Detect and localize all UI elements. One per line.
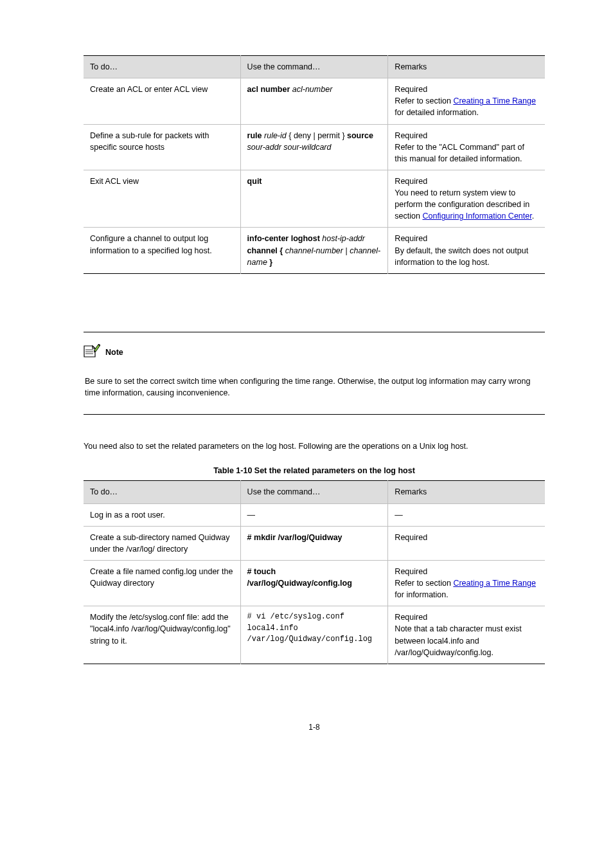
table-row: Exit ACL view quit Required You need to … <box>84 170 545 228</box>
remark-pre: Required Refer to section <box>395 567 453 588</box>
th-remarks: Remarks <box>388 481 545 503</box>
cell-remarks: Required <box>388 526 545 560</box>
table-row: Create a sub-directory named Quidway und… <box>84 526 545 560</box>
table-caption: Table 1-10 Set the related parameters on… <box>84 465 545 476</box>
caption-text: Table 1-10 Set the related parameters on… <box>213 466 415 475</box>
cell-todo: Log in as a root user. <box>84 503 240 526</box>
table-row: Log in as a root user. — — <box>84 503 545 526</box>
cell-command: quit <box>240 170 388 228</box>
page-number: 1-8 <box>84 722 545 733</box>
table-row: Modify the /etc/syslog.conf file: add th… <box>84 606 545 664</box>
cmd-alt: { deny | permit } <box>289 131 344 140</box>
th-command: Use the command… <box>240 481 388 503</box>
cell-command: info-center loghost host-ip-addr channel… <box>240 228 388 273</box>
cmd-arg: sour-addr sour-wildcard <box>247 143 332 152</box>
th-todo: To do… <box>84 56 240 78</box>
table-commands-1: To do… Use the command… Remarks Create a… <box>84 55 545 274</box>
cell-todo: Create a file named config.log under the… <box>84 560 240 606</box>
cell-todo: Create a sub-directory named Quidway und… <box>84 526 240 560</box>
cross-ref-link[interactable]: Configuring Information Center <box>422 212 531 221</box>
cmd-text: channel { <box>247 246 285 255</box>
remark-pre: Required Refer to section <box>395 85 453 105</box>
note-icon <box>84 344 102 361</box>
cell-todo: Configure a channel to output log inform… <box>84 228 240 273</box>
cmd-text: # touch /var/log/Quidway/config.log <box>247 567 352 588</box>
intro-paragraph: You need also to set the related paramet… <box>84 440 545 452</box>
table-row: Create an ACL or enter ACL view acl numb… <box>84 78 545 124</box>
table-row: Create a file named config.log under the… <box>84 560 545 606</box>
cmd-text: } <box>267 258 272 267</box>
remark-post: for detailed information. <box>395 108 479 117</box>
cell-todo: Create an ACL or enter ACL view <box>84 78 240 124</box>
cmd-text: info-center loghost <box>247 234 323 243</box>
cell-todo: Modify the /etc/syslog.conf file: add th… <box>84 606 240 664</box>
cell-remarks: Required Note that a tab character must … <box>388 606 545 664</box>
cmd-text: # mkdir /var/log/Quidway <box>247 533 342 542</box>
note-header: Note <box>84 344 545 361</box>
cmd-text: rule <box>247 131 262 140</box>
cell-command: — <box>240 503 388 526</box>
cmd-arg: host-ip-addr <box>322 234 365 243</box>
cell-command: rule rule-id { deny | permit } source so… <box>240 124 388 170</box>
note-label: Note <box>105 347 123 358</box>
cmd-arg: acl-number <box>292 85 333 94</box>
cell-command: # mkdir /var/log/Quidway <box>240 526 388 560</box>
cmd-text: acl number <box>247 85 290 94</box>
svg-marker-1 <box>93 346 95 348</box>
table-commands-2: To do… Use the command… Remarks Log in a… <box>84 480 545 664</box>
cell-command: # vi /etc/syslog.conf local4.info /var/l… <box>240 606 388 664</box>
cell-remarks: Required You need to return system view … <box>388 170 545 228</box>
remark-post: . <box>532 212 534 221</box>
th-remarks: Remarks <box>388 56 545 78</box>
cmd-arg: rule-id <box>262 131 289 140</box>
cmd-alt: | <box>343 246 350 255</box>
table-header-row: To do… Use the command… Remarks <box>84 481 545 503</box>
th-todo: To do… <box>84 481 240 503</box>
th-command: Use the command… <box>240 56 388 78</box>
cell-remarks: — <box>388 503 545 526</box>
cross-ref-link[interactable]: Creating a Time Range <box>453 579 536 588</box>
cmd-arg: channel-number <box>285 246 343 255</box>
cmd-text: quit <box>247 177 262 186</box>
cell-todo: Exit ACL view <box>84 170 240 228</box>
table-header-row: To do… Use the command… Remarks <box>84 56 545 78</box>
table-row: Configure a channel to output log inform… <box>84 228 545 273</box>
cell-remarks: Required Refer to the "ACL Command" part… <box>388 124 545 170</box>
cell-remarks: Required Refer to section Creating a Tim… <box>388 560 545 606</box>
cell-remarks: Required Refer to section Creating a Tim… <box>388 78 545 124</box>
remark-post: for information. <box>395 590 448 599</box>
cell-command: # touch /var/log/Quidway/config.log <box>240 560 388 606</box>
cell-todo: Define a sub-rule for packets with speci… <box>84 124 240 170</box>
cmd-text: source <box>345 131 373 140</box>
cell-remarks: Required By default, the switch does not… <box>388 228 545 273</box>
note-body: Be sure to set the correct switch time w… <box>84 375 545 399</box>
table-row: Define a sub-rule for packets with speci… <box>84 124 545 170</box>
note-block: Note Be sure to set the correct switch t… <box>84 332 545 415</box>
cell-command: acl number acl-number <box>240 78 388 124</box>
page: To do… Use the command… Remarks Create a… <box>0 0 613 733</box>
cross-ref-link[interactable]: Creating a Time Range <box>453 96 536 105</box>
